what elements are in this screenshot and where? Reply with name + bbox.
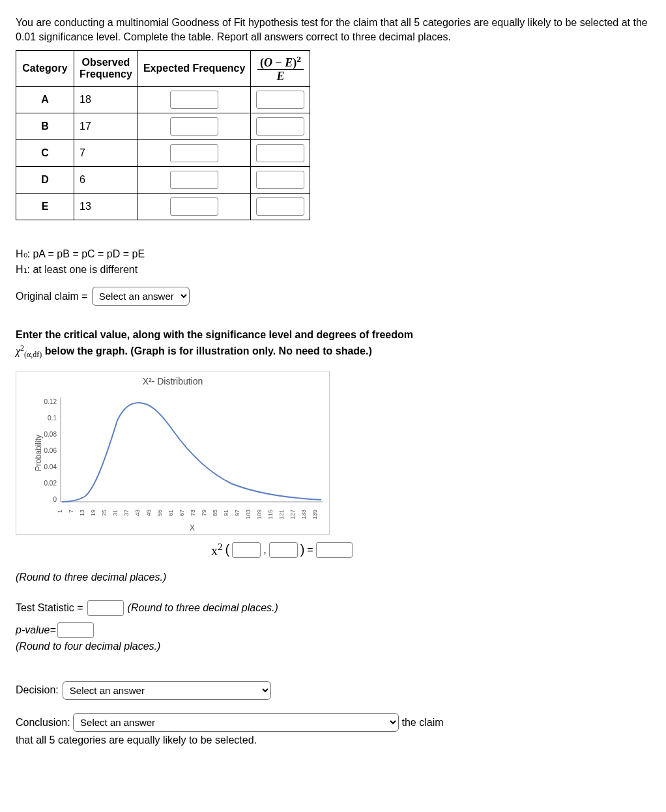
observed-cell: 6 [74,167,138,194]
category-cell: A [16,87,74,113]
decision-select[interactable]: Select an answer [63,681,271,700]
df-input[interactable] [269,542,298,558]
svg-text:133: 133 [300,510,307,519]
observed-cell: 17 [74,113,138,140]
svg-text:19: 19 [90,510,96,516]
paren-close: ) [300,542,305,557]
svg-text:67: 67 [179,510,185,516]
col-chi-contribution: (O − E)2 E [251,51,310,87]
observed-cell: 7 [74,140,138,167]
svg-text:13: 13 [79,510,85,516]
svg-text:61: 61 [167,510,174,516]
svg-text:43: 43 [134,510,141,516]
pvalue-label: p-value= [16,624,56,636]
svg-text:139: 139 [311,510,318,519]
svg-text:0.12: 0.12 [44,398,57,405]
svg-text:103: 103 [245,510,252,519]
chart-title: X²- Distribution [143,376,203,386]
y-axis-label: Probability [34,435,43,471]
expected-input-b[interactable] [170,117,218,136]
conclusion-line2: that all 5 categories are equally likely… [16,734,257,746]
observed-cell: 18 [74,87,138,113]
conclusion-suffix: the claim [402,717,444,728]
chi-input-e[interactable] [256,197,304,216]
alpha-input[interactable] [232,542,261,558]
svg-text:85: 85 [212,510,218,516]
col-observed: Observed Frequency [74,51,138,87]
original-claim-label: Original claim = [16,291,88,302]
conclusion-label: Conclusion: [16,717,73,728]
expected-input-c[interactable] [170,144,218,162]
pvalue-input[interactable] [57,622,94,638]
observed-cell: 13 [74,194,138,220]
svg-text:121: 121 [278,510,285,519]
table-row: C 7 [16,140,310,167]
table-row: D 6 [16,167,310,194]
svg-text:97: 97 [234,510,240,516]
x-axis-label: X [190,523,195,532]
expected-input-a[interactable] [170,91,218,109]
svg-text:1: 1 [57,510,63,513]
svg-text:0.04: 0.04 [44,463,57,471]
svg-text:79: 79 [201,510,207,516]
table-row: B 17 [16,113,310,140]
svg-text:55: 55 [156,510,163,516]
critical-value-input[interactable] [316,542,353,558]
col-category: Category [16,51,74,87]
chi-input-a[interactable] [256,91,304,109]
round-three-note: (Round to three decimal places.) [16,572,650,583]
svg-text:25: 25 [101,510,108,516]
problem-intro: You are conducting a multinomial Goodnes… [16,16,650,44]
col-expected: Expected Frequency [138,51,251,87]
crit-instruction-line1: Enter the critical value, along with the… [16,328,650,342]
h0-text: H₀: pA = pB = pC = pD = pE [16,246,650,262]
category-cell: C [16,140,74,167]
h1-text: H₁: at least one is different [16,262,650,278]
svg-text:91: 91 [223,510,229,516]
original-claim-select[interactable]: Select an answer [92,287,190,306]
frequency-table: Category Observed Frequency Expected Fre… [16,50,310,220]
round-four-note: (Round to four decimal places.) [16,641,650,652]
paren-open: ( [225,542,230,557]
comma: , [263,544,266,556]
svg-text:0.06: 0.06 [44,447,57,454]
chi-input-b[interactable] [256,117,304,136]
svg-text:73: 73 [190,510,196,516]
equals-sign: = [307,544,313,556]
svg-text:115: 115 [267,510,274,519]
category-cell: B [16,113,74,140]
table-row: E 13 [16,194,310,220]
svg-text:0.02: 0.02 [44,480,57,487]
svg-text:0.08: 0.08 [44,431,57,438]
table-row: A 18 [16,87,310,113]
svg-text:37: 37 [123,510,130,516]
svg-text:31: 31 [112,510,119,516]
conclusion-select[interactable]: Select an answer [73,713,399,732]
chi2-curve [62,403,321,502]
chi2-distribution-chart: X²- Distribution 0 0.02 0.04 0.06 0.08 0… [16,371,330,535]
crit-instruction-line2: below the graph. (Graph is for illustrat… [45,345,372,356]
chi-input-d[interactable] [256,171,304,189]
round-three-inline: (Round to three decimal places.) [128,602,278,614]
svg-text:7: 7 [68,510,74,513]
chi2-crit-symbol: x2 [211,542,223,558]
category-cell: D [16,167,74,194]
svg-text:0: 0 [53,496,57,503]
svg-text:0.1: 0.1 [48,414,57,422]
test-statistic-input[interactable] [87,600,124,616]
svg-text:109: 109 [256,510,263,519]
chi-symbol: χ2(α,df) [16,345,42,356]
svg-text:127: 127 [289,510,296,519]
svg-text:49: 49 [145,510,152,516]
category-cell: E [16,194,74,220]
test-statistic-label: Test Statistic = [16,602,83,614]
decision-label: Decision: [16,684,59,696]
expected-input-e[interactable] [170,197,218,216]
chi-input-c[interactable] [256,144,304,162]
expected-input-d[interactable] [170,171,218,189]
